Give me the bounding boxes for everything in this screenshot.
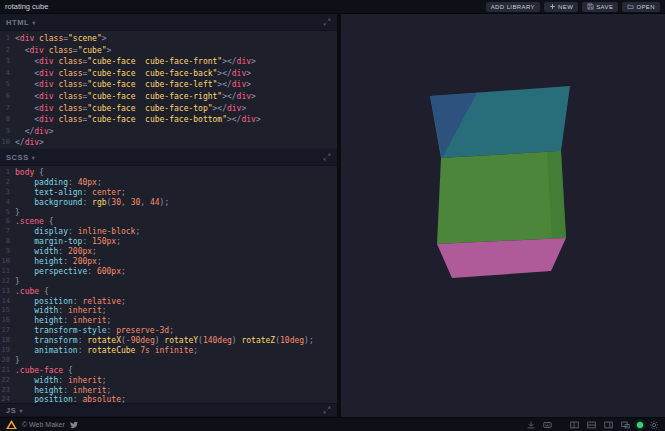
js-panel-label: JS bbox=[6, 406, 16, 415]
preview-svg bbox=[341, 14, 665, 417]
topbar: rotating cube ADD LIBRARY NEW SAVE OPEN bbox=[0, 0, 665, 14]
code-line: 2 <div class="cube"> bbox=[0, 45, 337, 57]
copyright-text: © Web Maker bbox=[22, 421, 65, 428]
cube-bottom-face bbox=[437, 238, 566, 278]
project-title[interactable]: rotating cube bbox=[5, 2, 48, 11]
settings-button[interactable] bbox=[649, 420, 659, 430]
code-line: 5 <div class="cube-face cube-face-left">… bbox=[0, 79, 337, 91]
open-button[interactable]: OPEN bbox=[622, 2, 660, 12]
cube-front-face bbox=[437, 151, 566, 244]
download-file-button[interactable] bbox=[526, 420, 536, 430]
scss-panel-header[interactable]: SCSS ▾ bbox=[0, 149, 337, 166]
code-line: 24 position: absolute; bbox=[0, 395, 337, 403]
code-line: 22 width: inherit; bbox=[0, 376, 337, 386]
expand-icon[interactable] bbox=[323, 18, 331, 26]
code-line: 23 height: inherit; bbox=[0, 386, 337, 396]
code-line: 20} bbox=[0, 356, 337, 366]
code-line: 6 <div class="cube-face cube-face-right"… bbox=[0, 91, 337, 103]
web-maker-app: rotating cube ADD LIBRARY NEW SAVE OPEN … bbox=[0, 0, 665, 431]
editor-column: HTML ▾ 1<div class="scene">2 <div class=… bbox=[0, 14, 337, 417]
code-line: 9 </div> bbox=[0, 126, 337, 138]
twitter-icon bbox=[70, 421, 78, 429]
expand-icon[interactable] bbox=[323, 153, 331, 161]
code-line: 21.cube-face { bbox=[0, 366, 337, 376]
code-line: 15 width: inherit; bbox=[0, 306, 337, 316]
code-line: 18 transform: rotateX(-90deg) rotateY(14… bbox=[0, 336, 337, 346]
add-library-button[interactable]: ADD LIBRARY bbox=[486, 2, 540, 12]
add-library-label: ADD LIBRARY bbox=[491, 4, 535, 10]
layout-horizontal-icon bbox=[586, 420, 597, 430]
code-line: 4 <div class="cube-face cube-face-back">… bbox=[0, 68, 337, 80]
code-line: 3 <div class="cube-face cube-face-front"… bbox=[0, 56, 337, 68]
code-line: 5} bbox=[0, 208, 337, 218]
gear-icon bbox=[649, 420, 659, 430]
status-dot[interactable] bbox=[637, 422, 643, 428]
layout-detached-icon bbox=[620, 420, 631, 430]
save-icon bbox=[587, 3, 594, 10]
open-label: OPEN bbox=[636, 4, 655, 10]
keyboard-icon bbox=[542, 420, 553, 430]
chevron-down-icon: ▾ bbox=[32, 19, 36, 26]
new-button[interactable]: NEW bbox=[544, 2, 578, 12]
html-panel-label: HTML bbox=[6, 18, 29, 27]
code-line: 6.scene { bbox=[0, 217, 337, 227]
layout-detached-button[interactable] bbox=[620, 420, 631, 430]
keyboard-shortcuts-button[interactable] bbox=[542, 420, 553, 430]
code-line: 14 position: relative; bbox=[0, 297, 337, 307]
code-line: 12} bbox=[0, 277, 337, 287]
code-line: 1<div class="scene"> bbox=[0, 33, 337, 45]
code-line: 19 animation: rotateCube 7s infinite; bbox=[0, 346, 337, 356]
code-line: 10</div> bbox=[0, 137, 337, 149]
layout-right-button[interactable] bbox=[603, 420, 614, 430]
code-line: 17 transform-style: preserve-3d; bbox=[0, 326, 337, 336]
main-area: HTML ▾ 1<div class="scene">2 <div class=… bbox=[0, 14, 665, 417]
code-line: 8 margin-top: 150px; bbox=[0, 237, 337, 247]
folder-icon bbox=[627, 3, 634, 10]
plus-icon bbox=[549, 3, 556, 10]
twitter-link[interactable] bbox=[70, 421, 78, 429]
footer-actions bbox=[526, 420, 659, 430]
scss-panel-label: SCSS bbox=[6, 153, 29, 162]
html-panel-header[interactable]: HTML ▾ bbox=[0, 14, 337, 31]
web-maker-logo[interactable] bbox=[6, 420, 17, 429]
code-line: 8 <div class="cube-face cube-face-bottom… bbox=[0, 114, 337, 126]
code-line: 7 <div class="cube-face cube-face-top"><… bbox=[0, 103, 337, 115]
js-panel-header[interactable]: JS ▾ bbox=[0, 403, 337, 417]
layout-vertical-icon bbox=[569, 420, 580, 430]
code-line: 11 perspective: 600px; bbox=[0, 267, 337, 277]
html-editor[interactable]: 1<div class="scene">2 <div class="cube">… bbox=[0, 31, 337, 149]
expand-icon[interactable] bbox=[323, 406, 331, 414]
code-line: 2 padding: 40px; bbox=[0, 178, 337, 188]
chevron-down-icon: ▾ bbox=[19, 407, 23, 414]
code-line: 4 background: rgb(30, 30, 44); bbox=[0, 198, 337, 208]
code-line: 3 text-align: center; bbox=[0, 188, 337, 198]
layout-vertical-button[interactable] bbox=[569, 420, 580, 430]
code-line: 7 display: inline-block; bbox=[0, 227, 337, 237]
triangle-logo-icon bbox=[6, 420, 17, 429]
code-line: 10 height: 200px; bbox=[0, 257, 337, 267]
code-line: 16 height: inherit; bbox=[0, 316, 337, 326]
code-line: 13.cube { bbox=[0, 287, 337, 297]
code-line: 1body { bbox=[0, 168, 337, 178]
layout-right-icon bbox=[603, 420, 614, 430]
layout-horizontal-button[interactable] bbox=[586, 420, 597, 430]
save-label: SAVE bbox=[596, 4, 613, 10]
preview-pane bbox=[341, 14, 665, 417]
topbar-actions: ADD LIBRARY NEW SAVE OPEN bbox=[486, 2, 660, 12]
scss-editor[interactable]: 1body {2 padding: 40px;3 text-align: cen… bbox=[0, 166, 337, 403]
save-button[interactable]: SAVE bbox=[582, 2, 618, 12]
new-label: NEW bbox=[558, 4, 573, 10]
code-line: 9 width: 200px; bbox=[0, 247, 337, 257]
chevron-down-icon: ▾ bbox=[32, 154, 36, 161]
footer: © Web Maker bbox=[0, 417, 665, 431]
download-icon bbox=[526, 420, 536, 430]
